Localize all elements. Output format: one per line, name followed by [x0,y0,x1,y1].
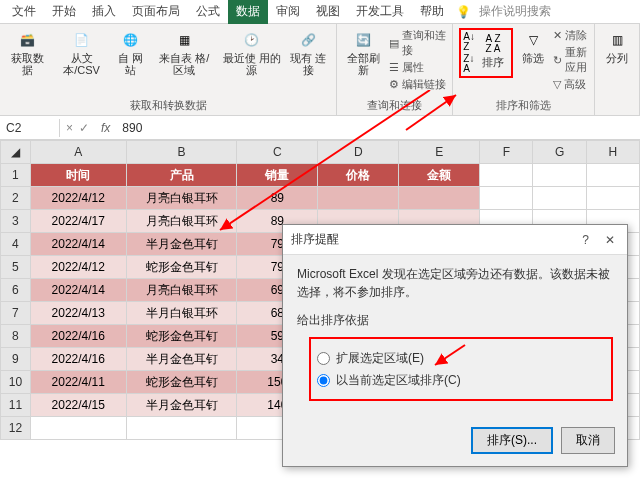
tell-me[interactable]: 操作说明搜索 [471,0,559,24]
cell[interactable]: 2022/4/13 [30,302,126,325]
tab-insert[interactable]: 插入 [84,0,124,24]
cell[interactable]: 2022/4/15 [30,394,126,417]
row-header[interactable]: 4 [1,233,31,256]
col-D[interactable]: D [318,141,399,164]
col-A[interactable]: A [30,141,126,164]
cell[interactable]: 月亮白银耳环 [126,187,237,210]
tab-data[interactable]: 数据 [228,0,268,24]
accept-formula-icon[interactable]: ✓ [79,121,89,135]
row-header[interactable]: 5 [1,256,31,279]
cell[interactable]: 半月白银耳环 [126,302,237,325]
hdr-price[interactable]: 价格 [318,164,399,187]
hdr-product[interactable]: 产品 [126,164,237,187]
cell[interactable] [533,187,586,210]
radio-expand[interactable] [317,352,330,365]
cell[interactable]: 蛇形金色耳钉 [126,325,237,348]
select-all-corner[interactable]: ◢ [1,141,31,164]
tab-help[interactable]: 帮助 [412,0,452,24]
formula-value[interactable]: 890 [116,121,148,135]
row-header[interactable]: 7 [1,302,31,325]
dialog-help-icon[interactable]: ? [578,233,593,247]
cell[interactable]: 月亮白银耳环 [126,279,237,302]
fx-icon[interactable]: fx [95,121,116,135]
row-header[interactable]: 8 [1,325,31,348]
cell[interactable]: 2022/4/11 [30,371,126,394]
queries-connections-button[interactable]: ▤查询和连接 [389,28,447,58]
cell[interactable] [480,164,533,187]
tab-review[interactable]: 审阅 [268,0,308,24]
cell[interactable]: 月亮白银耳环 [126,210,237,233]
dialog-titlebar[interactable]: 排序提醒 ?✕ [283,225,627,255]
cell[interactable]: 2022/4/14 [30,233,126,256]
row-header[interactable]: 6 [1,279,31,302]
sort-confirm-button[interactable]: 排序(S)... [471,427,553,454]
row-header[interactable]: 10 [1,371,31,394]
radio-current[interactable] [317,374,330,387]
from-csv-button[interactable]: 📄从文 本/CSV [54,28,110,78]
cell[interactable] [126,417,237,440]
reapply-button[interactable]: ↻重新应用 [553,45,588,75]
cell[interactable]: 2022/4/16 [30,348,126,371]
cell[interactable]: 蛇形金色耳钉 [126,256,237,279]
tab-dev[interactable]: 开发工具 [348,0,412,24]
hdr-amount[interactable]: 金额 [399,164,480,187]
cell[interactable] [480,187,533,210]
col-B[interactable]: B [126,141,237,164]
cancel-formula-icon[interactable]: × [66,121,73,135]
recent-button[interactable]: 🕑最近使 用的源 [220,28,282,78]
cell[interactable] [586,164,639,187]
row-header[interactable]: 9 [1,348,31,371]
row-header[interactable]: 12 [1,417,31,440]
cell[interactable] [399,187,480,210]
cell[interactable]: 2022/4/16 [30,325,126,348]
filter-button[interactable]: ▽筛选 [517,28,549,66]
hdr-qty[interactable]: 销量 [237,164,318,187]
cell[interactable]: 半月金色耳钉 [126,233,237,256]
dialog-close-icon[interactable]: ✕ [601,233,619,247]
opt-current[interactable]: 以当前选定区域排序(C) [317,371,605,389]
cell[interactable]: 2022/4/17 [30,210,126,233]
tab-view[interactable]: 视图 [308,0,348,24]
col-C[interactable]: C [237,141,318,164]
col-G[interactable]: G [533,141,586,164]
row-header[interactable]: 2 [1,187,31,210]
clear-button[interactable]: ✕清除 [553,28,588,43]
get-data-button[interactable]: 🗃️获取数 据 [6,28,50,78]
sort-button[interactable]: A ZZ A排序 [477,32,509,74]
col-H[interactable]: H [586,141,639,164]
existing-conn-button[interactable]: 🔗现有 连接 [287,28,331,78]
cell[interactable]: 2022/4/12 [30,187,126,210]
tab-layout[interactable]: 页面布局 [124,0,188,24]
edit-links-button[interactable]: ⚙编辑链接 [389,77,447,92]
tab-home[interactable]: 开始 [44,0,84,24]
row-header[interactable]: 3 [1,210,31,233]
tab-formula[interactable]: 公式 [188,0,228,24]
from-web-button[interactable]: 🌐自 网站 [114,28,148,78]
name-box[interactable]: C2 [0,119,60,137]
sort-desc-button[interactable]: Z↓A [463,54,475,74]
cell[interactable]: 2022/4/14 [30,279,126,302]
sort-asc-button[interactable]: A↓Z [463,32,475,52]
cell[interactable]: 半月金色耳钉 [126,348,237,371]
col-E[interactable]: E [399,141,480,164]
refresh-all-button[interactable]: 🔄全部刷新 [343,28,384,78]
advanced-button[interactable]: ▽高级 [553,77,588,92]
text-to-columns-button[interactable]: ▥分列 [601,28,633,66]
cell[interactable]: 蛇形金色耳钉 [126,371,237,394]
properties-button[interactable]: ☰属性 [389,60,447,75]
cell[interactable]: 半月金色耳钉 [126,394,237,417]
hdr-time[interactable]: 时间 [30,164,126,187]
tab-file[interactable]: 文件 [4,0,44,24]
row-header[interactable]: 11 [1,394,31,417]
cancel-button[interactable]: 取消 [561,427,615,454]
cell[interactable] [533,164,586,187]
cell[interactable] [318,187,399,210]
cell[interactable]: 2022/4/12 [30,256,126,279]
cell[interactable] [30,417,126,440]
opt-expand[interactable]: 扩展选定区域(E) [317,349,605,367]
from-table-button[interactable]: ▦来自表 格/区域 [152,28,217,78]
row-1[interactable]: 1 [1,164,31,187]
cell[interactable]: 89 [237,187,318,210]
cell[interactable] [586,187,639,210]
col-F[interactable]: F [480,141,533,164]
